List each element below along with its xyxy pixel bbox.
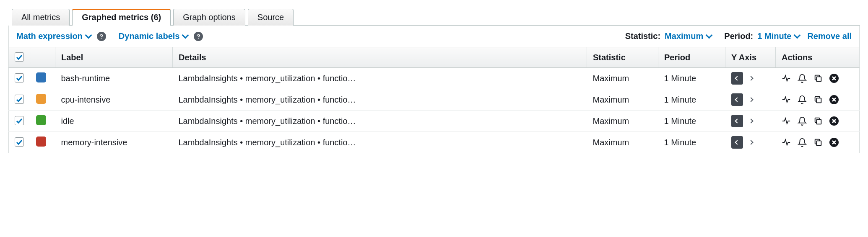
statistic-dropdown[interactable]: Maximum: [665, 31, 712, 41]
color-chip[interactable]: [36, 137, 46, 147]
header-details[interactable]: Details: [173, 47, 587, 68]
cell-details: LambdaInsights • memory_utilization • fu…: [173, 132, 587, 153]
cell-statistic[interactable]: Maximum: [587, 89, 658, 111]
yaxis-right-button[interactable]: [746, 93, 756, 106]
help-icon[interactable]: ?: [97, 32, 106, 41]
svg-rect-6: [816, 119, 821, 124]
yaxis-right-button[interactable]: [746, 115, 756, 127]
svg-rect-0: [816, 77, 821, 81]
math-expression-dropdown[interactable]: Math expression: [16, 31, 91, 41]
table-row: idle LambdaInsights • memory_utilization…: [9, 111, 860, 132]
tab-graphed-metrics[interactable]: Graphed metrics (6): [72, 9, 171, 26]
chevron-left-icon: [735, 97, 739, 102]
chevron-left-icon: [735, 140, 739, 144]
tab-bar: All metrics Graphed metrics (6) Graph op…: [12, 8, 860, 26]
remove-row-button[interactable]: [829, 138, 839, 147]
chevron-right-icon: [748, 76, 753, 80]
svg-rect-9: [816, 141, 821, 145]
chevron-down-icon: [794, 31, 801, 39]
row-checkbox[interactable]: [15, 137, 24, 147]
toolbar: Math expression ? Dynamic labels ? Stati…: [8, 26, 860, 47]
header-actions: Actions: [776, 47, 860, 68]
chevron-down-icon: [706, 31, 713, 39]
cell-statistic[interactable]: Maximum: [587, 132, 658, 153]
table-row: bash-runtime LambdaInsights • memory_uti…: [9, 68, 860, 89]
cell-details: LambdaInsights • memory_utilization • fu…: [173, 89, 587, 111]
tab-all-metrics[interactable]: All metrics: [12, 9, 70, 26]
period-dropdown[interactable]: 1 Minute: [757, 31, 800, 41]
copy-icon[interactable]: [813, 116, 823, 126]
bell-icon[interactable]: [798, 138, 807, 147]
cell-details: LambdaInsights • memory_utilization • fu…: [173, 111, 587, 132]
chevron-down-icon: [85, 31, 92, 39]
chevron-left-icon: [735, 118, 739, 123]
yaxis-right-button[interactable]: [746, 136, 756, 149]
cell-label[interactable]: bash-runtime: [55, 68, 173, 89]
row-checkbox[interactable]: [15, 116, 24, 125]
activity-icon[interactable]: [782, 95, 791, 104]
math-expression-label: Math expression: [16, 31, 83, 41]
header-label[interactable]: Label: [55, 47, 173, 68]
activity-icon[interactable]: [782, 74, 791, 83]
remove-row-button[interactable]: [829, 116, 839, 126]
yaxis-left-button[interactable]: [731, 115, 743, 127]
period-value: 1 Minute: [757, 31, 791, 41]
header-yaxis[interactable]: Y Axis: [725, 47, 776, 68]
yaxis-left-button[interactable]: [731, 93, 743, 106]
chevron-down-icon: [182, 31, 189, 39]
statistic-label: Statistic:: [625, 31, 660, 41]
metrics-table: Label Details Statistic Period Y Axis Ac…: [8, 47, 860, 153]
select-all-checkbox[interactable]: [15, 52, 24, 62]
cell-label[interactable]: idle: [55, 111, 173, 132]
chevron-left-icon: [735, 76, 739, 80]
yaxis-left-button[interactable]: [731, 72, 743, 85]
svg-rect-3: [816, 98, 821, 103]
tab-graph-options[interactable]: Graph options: [173, 9, 245, 26]
tab-source[interactable]: Source: [248, 9, 294, 26]
color-chip[interactable]: [36, 94, 46, 104]
header-period[interactable]: Period: [658, 47, 725, 68]
row-checkbox[interactable]: [15, 73, 24, 82]
header-color: [30, 47, 55, 68]
copy-icon[interactable]: [813, 138, 823, 147]
cell-statistic[interactable]: Maximum: [587, 111, 658, 132]
activity-icon[interactable]: [782, 138, 791, 147]
chevron-right-icon: [748, 118, 753, 123]
bell-icon[interactable]: [798, 95, 807, 104]
cell-statistic[interactable]: Maximum: [587, 68, 658, 89]
bell-icon[interactable]: [798, 116, 807, 126]
activity-icon[interactable]: [782, 116, 791, 126]
yaxis-right-button[interactable]: [746, 72, 756, 85]
chevron-right-icon: [748, 140, 753, 144]
chevron-right-icon: [748, 97, 753, 102]
dynamic-labels-dropdown[interactable]: Dynamic labels: [119, 31, 188, 41]
header-statistic[interactable]: Statistic: [587, 47, 658, 68]
cell-period[interactable]: 1 Minute: [658, 111, 725, 132]
cell-period[interactable]: 1 Minute: [658, 89, 725, 111]
dynamic-labels-label: Dynamic labels: [119, 31, 180, 41]
cell-period[interactable]: 1 Minute: [658, 68, 725, 89]
cell-label[interactable]: cpu-intensive: [55, 89, 173, 111]
color-chip[interactable]: [36, 115, 46, 125]
row-checkbox[interactable]: [15, 95, 24, 104]
statistic-value: Maximum: [665, 31, 703, 41]
table-row: memory-intensive LambdaInsights • memory…: [9, 132, 860, 153]
table-row: cpu-intensive LambdaInsights • memory_ut…: [9, 89, 860, 111]
remove-row-button[interactable]: [829, 74, 839, 83]
copy-icon[interactable]: [813, 95, 823, 104]
remove-row-button[interactable]: [829, 95, 839, 104]
cell-label[interactable]: memory-intensive: [55, 132, 173, 153]
bell-icon[interactable]: [798, 74, 807, 83]
remove-all-link[interactable]: Remove all: [807, 31, 852, 41]
copy-icon[interactable]: [813, 74, 823, 83]
cell-period[interactable]: 1 Minute: [658, 132, 725, 153]
period-label: Period:: [724, 31, 753, 41]
yaxis-left-button[interactable]: [731, 136, 743, 149]
help-icon[interactable]: ?: [194, 32, 203, 41]
header-check: [9, 47, 30, 68]
cell-details: LambdaInsights • memory_utilization • fu…: [173, 68, 587, 89]
color-chip[interactable]: [36, 72, 46, 82]
